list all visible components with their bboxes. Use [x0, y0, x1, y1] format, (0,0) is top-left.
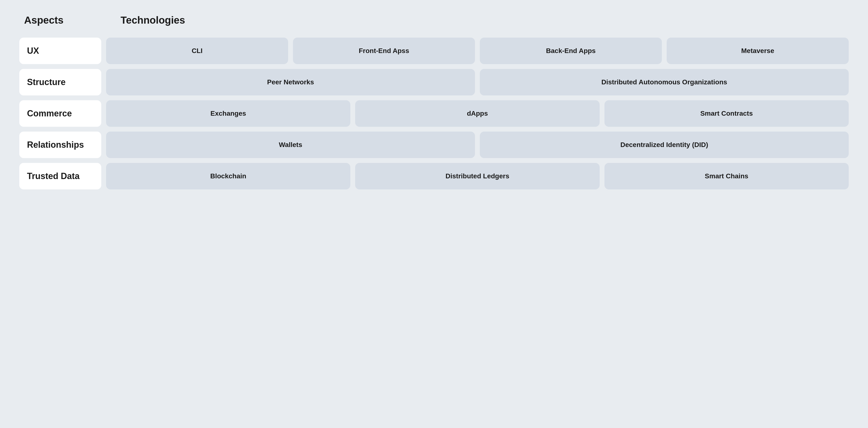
tech-cell: Distributed Ledgers	[355, 163, 599, 190]
grid-row: CommerceExchangesdAppsSmart Contracts	[19, 100, 849, 127]
tech-cells: BlockchainDistributed LedgersSmart Chain…	[106, 163, 849, 190]
technologies-heading: Technologies	[121, 14, 185, 26]
aspect-label: Structure	[27, 77, 66, 87]
grid-row: StructurePeer NetworksDistributed Autono…	[19, 69, 849, 95]
tech-label: Peer Networks	[267, 78, 314, 86]
tech-cell: Front-End Apss	[293, 38, 475, 64]
aspect-label: UX	[27, 46, 39, 56]
tech-cell: Smart Contracts	[604, 100, 849, 127]
tech-cell: dApps	[355, 100, 599, 127]
aspect-label: Relationships	[27, 140, 84, 150]
tech-label: dApps	[467, 110, 488, 118]
tech-cell: Wallets	[106, 132, 475, 158]
tech-label: CLI	[192, 47, 203, 55]
tech-cells: CLIFront-End ApssBack-End AppsMetaverse	[106, 38, 849, 64]
aspect-cell: Commerce	[19, 100, 101, 127]
tech-label: Back-End Apps	[546, 47, 596, 55]
tech-cell: Smart Chains	[604, 163, 849, 190]
aspect-cell: Structure	[19, 69, 101, 95]
tech-cells: ExchangesdAppsSmart Contracts	[106, 100, 849, 127]
tech-label: Decentralized Identity (DID)	[620, 141, 708, 149]
grid-row: RelationshipsWalletsDecentralized Identi…	[19, 132, 849, 158]
tech-cell: Metaverse	[667, 38, 849, 64]
tech-label: Blockchain	[210, 172, 246, 180]
aspect-label: Trusted Data	[27, 171, 80, 181]
tech-label: Distributed Ledgers	[445, 172, 509, 180]
tech-cell: Distributed Autonomous Organizations	[480, 69, 849, 95]
tech-label: Front-End Apss	[359, 47, 409, 55]
aspect-cell: Relationships	[19, 132, 101, 158]
tech-label: Wallets	[279, 141, 302, 149]
aspect-cell: Trusted Data	[19, 163, 101, 190]
aspect-label: Commerce	[27, 108, 72, 119]
tech-label: Metaverse	[741, 47, 774, 55]
grid-row: Trusted DataBlockchainDistributed Ledger…	[19, 163, 849, 190]
tech-cells: WalletsDecentralized Identity (DID)	[106, 132, 849, 158]
aspect-cell: UX	[19, 38, 101, 64]
tech-cell: Decentralized Identity (DID)	[480, 132, 849, 158]
tech-cell: Peer Networks	[106, 69, 475, 95]
tech-label: Smart Chains	[705, 172, 748, 180]
tech-cell: Back-End Apps	[480, 38, 662, 64]
aspects-heading: Aspects	[24, 14, 106, 26]
header: Aspects Technologies	[19, 14, 849, 26]
tech-cells: Peer NetworksDistributed Autonomous Orga…	[106, 69, 849, 95]
tech-cell: Exchanges	[106, 100, 350, 127]
grid-row: UXCLIFront-End ApssBack-End AppsMetavers…	[19, 38, 849, 64]
grid: UXCLIFront-End ApssBack-End AppsMetavers…	[19, 38, 849, 190]
tech-label: Smart Contracts	[700, 110, 753, 118]
tech-cell: Blockchain	[106, 163, 350, 190]
tech-label: Exchanges	[211, 110, 246, 118]
tech-cell: CLI	[106, 38, 288, 64]
tech-label: Distributed Autonomous Organizations	[601, 78, 727, 86]
